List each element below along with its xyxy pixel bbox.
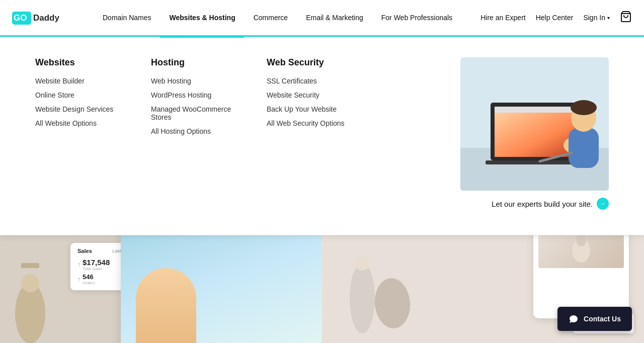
mockup-hero: 🍋 (121, 234, 322, 343)
lower-left-panel: Sales Last 7 Days ↑ $17,548 Total Sales … (0, 223, 322, 343)
dropdown-link-wordpress-hosting[interactable]: WordPress Hosting (151, 91, 252, 99)
dropdown-promo-image (460, 57, 609, 191)
svg-text:GO: GO (14, 13, 27, 23)
nav-right: Hire an Expert Help Center Sign In ▾ (480, 11, 632, 25)
navbar: GO Daddy Domain Names Websites & Hosting… (0, 0, 644, 37)
mockup-body: 🍋 (121, 234, 322, 343)
dropdown-link-online-store[interactable]: Online Store (35, 91, 136, 99)
svg-rect-19 (21, 263, 39, 268)
logo[interactable]: GO Daddy (12, 8, 77, 28)
dropdown-link-website-builder[interactable]: Website Builder (35, 77, 136, 85)
dropdown-web-security-title: Web Security (267, 57, 367, 68)
dropdown-image-col: Let our experts build your site. → (382, 57, 609, 210)
nav-item-email-marketing[interactable]: Email & Marketing (297, 0, 372, 38)
contact-us-label: Contact Us (584, 315, 621, 323)
dropdown-panel: Websites Website Builder Online Store We… (0, 37, 644, 235)
dropdown-websites-title: Websites (35, 57, 136, 68)
sales-amount: $17,548 (83, 258, 110, 267)
svg-text:Daddy: Daddy (33, 13, 60, 23)
dropdown-link-managed-woo[interactable]: Managed WooCommerce Stores (151, 105, 252, 121)
svg-rect-10 (486, 160, 584, 164)
hero-portrait (136, 268, 196, 343)
experts-cta-text: Let our experts build your site. (492, 200, 593, 208)
lower-section: Sales Last 7 Days ↑ $17,548 Total Sales … (0, 223, 644, 343)
dropdown-link-website-security[interactable]: Website Security (267, 91, 367, 99)
svg-rect-12 (569, 128, 599, 168)
orders-number: 546 (83, 273, 95, 281)
primary-nav: Domain Names Websites & Hosting Commerce… (94, 0, 480, 36)
up-arrow-orders-icon: ↑ (77, 276, 80, 283)
svg-point-14 (571, 100, 597, 115)
up-arrow-icon: ↑ (77, 261, 80, 268)
sales-sublabel: Total Sales (83, 267, 110, 271)
svg-point-22 (355, 255, 370, 271)
lower-images: Sales Last 7 Days ↑ $17,548 Total Sales … (0, 223, 644, 343)
dropdown-link-website-design[interactable]: Website Design Services (35, 105, 136, 113)
dropdown-col-websites: Websites Website Builder Online Store We… (35, 57, 151, 210)
dropdown-link-all-hosting[interactable]: All Hosting Options (151, 127, 252, 135)
dropdown-link-backup[interactable]: Back Up Your Website (267, 105, 367, 113)
dropdown-link-all-web-security[interactable]: All Web Security Options (267, 119, 367, 127)
nav-hire-expert[interactable]: Hire an Expert (480, 14, 525, 22)
dropdown-link-all-website[interactable]: All Website Options (35, 119, 136, 127)
contact-us-button[interactable]: Contact Us (557, 307, 632, 331)
dropdown-col-web-security: Web Security SSL Certificates Website Se… (267, 57, 382, 210)
dropdown-col-hosting: Hosting Web Hosting WordPress Hosting Ma… (151, 57, 267, 210)
nav-help-center[interactable]: Help Center (536, 14, 574, 22)
svg-point-25 (576, 234, 586, 246)
sign-in-button[interactable]: Sign In ▾ (583, 14, 610, 22)
right-mockup-card: Lanily (533, 223, 629, 318)
dropdown-link-ssl[interactable]: SSL Certificates (267, 77, 367, 85)
nav-item-for-web-professionals[interactable]: For Web Professionals (372, 0, 461, 38)
dropdown-hosting-title: Hosting (151, 57, 252, 68)
nav-item-websites-hosting[interactable]: Websites & Hosting (160, 0, 244, 38)
sales-card-label: Sales (77, 248, 92, 254)
website-mockup: GET FREE SHIPPING YOUR FIRST ORDER Lanil… (121, 223, 322, 343)
experts-cta-link[interactable]: Let our experts build your site. → (492, 198, 609, 210)
chevron-down-icon: ▾ (607, 15, 610, 21)
svg-rect-8 (495, 107, 577, 113)
svg-point-18 (21, 274, 39, 292)
arrow-right-icon: → (597, 198, 609, 210)
nav-item-commerce[interactable]: Commerce (245, 0, 297, 38)
dropdown-link-web-hosting[interactable]: Web Hosting (151, 77, 252, 85)
chat-icon (569, 314, 579, 324)
nav-item-domain-names[interactable]: Domain Names (94, 0, 160, 38)
orders-label: Orders (83, 281, 95, 285)
svg-point-21 (350, 263, 375, 333)
cart-button[interactable] (620, 11, 632, 25)
svg-rect-9 (495, 113, 577, 157)
